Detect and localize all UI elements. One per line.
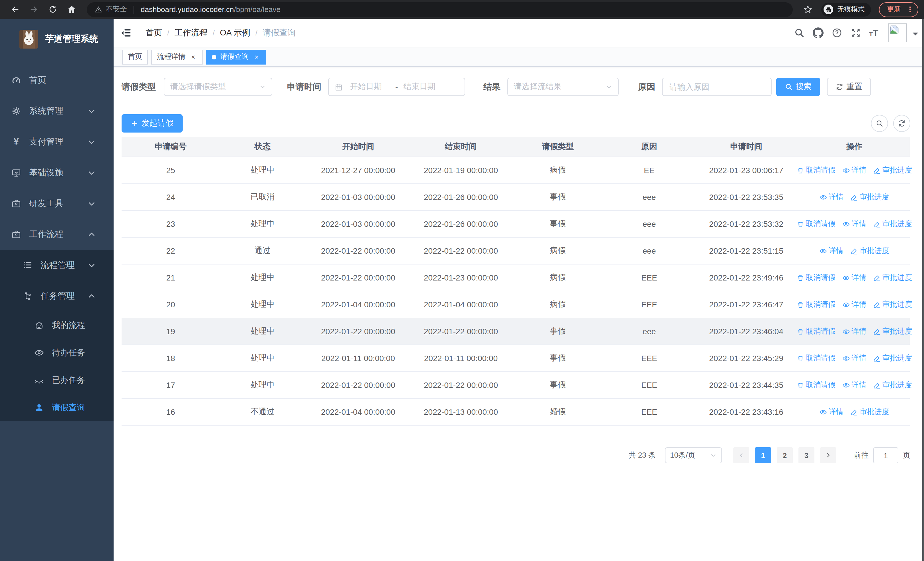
table-row: 22通过2022-01-22 00:00:002022-01-22 00:00:… [122, 238, 910, 264]
cell-reason: EEE [605, 264, 693, 291]
create-leave-button[interactable]: 发起请假 [122, 114, 183, 132]
approval-progress-link[interactable]: 审批进度 [850, 246, 889, 256]
browser-menu-dots-icon[interactable]: ⋮ [906, 6, 914, 13]
close-icon[interactable]: × [253, 53, 260, 60]
page-buttons: 123 [752, 447, 817, 463]
sidebar-fold-icon[interactable] [121, 27, 132, 38]
help-icon[interactable] [831, 27, 842, 38]
sidebar-item[interactable]: 首页 [0, 65, 114, 95]
approval-progress-link[interactable]: 审批进度 [850, 407, 889, 417]
security-label[interactable]: 不安全 [106, 5, 127, 14]
bookmark-star-icon[interactable] [803, 5, 813, 14]
github-icon[interactable] [813, 27, 824, 38]
date-range-picker[interactable]: 开始日期 - 结束日期 [328, 78, 465, 96]
detail-link[interactable]: 详情 [819, 407, 843, 417]
refresh-table-button[interactable] [893, 115, 910, 132]
next-page-button[interactable] [820, 447, 836, 463]
scrollbar[interactable] [922, 19, 924, 561]
tab-item[interactable]: 流程详情× [151, 50, 202, 64]
font-size-icon[interactable]: TT [869, 28, 878, 38]
cancel-leave-link[interactable]: 取消请假 [797, 165, 836, 175]
cell-end: 2022-01-04 00:00:00 [411, 291, 511, 318]
search-icon[interactable] [794, 27, 805, 38]
tab-item[interactable]: 首页 [122, 50, 148, 64]
cell-end: 2022-01-22 00:00:00 [411, 371, 511, 399]
approval-progress-link[interactable]: 审批进度 [873, 165, 912, 175]
row-actions: 详情审批进度 [799, 192, 910, 202]
cell-id: 17 [122, 371, 220, 399]
sidebar-item[interactable]: 研发工具 [0, 188, 114, 219]
sidebar-item[interactable]: 已办任务 [0, 366, 114, 394]
sidebar-item[interactable]: 请假查询 [0, 394, 114, 421]
action-label: 审批进度 [882, 299, 912, 310]
detail-link[interactable]: 详情 [842, 299, 866, 310]
detail-link[interactable]: 详情 [842, 165, 866, 175]
breadcrumb: 首页/工作流程/OA 示例/请假查询 [146, 27, 296, 38]
chevron-left-icon [738, 452, 745, 459]
cancel-leave-link[interactable]: 取消请假 [797, 219, 836, 229]
approval-progress-link[interactable]: 审批进度 [873, 380, 912, 390]
detail-link[interactable]: 详情 [842, 272, 866, 283]
cancel-leave-link[interactable]: 取消请假 [797, 272, 836, 283]
detail-link[interactable]: 详情 [819, 246, 843, 256]
address-bar[interactable]: 不安全 dashboard.yudao.iocoder.cn/bpm/oa/le… [87, 2, 793, 17]
breadcrumb-item[interactable]: OA 示例 [220, 27, 250, 38]
page-button-2[interactable]: 2 [777, 447, 793, 463]
tab-active[interactable]: 请假查询× [206, 50, 266, 64]
detail-link[interactable]: 详情 [842, 353, 866, 363]
search-button[interactable]: 搜索 [776, 78, 820, 96]
page-size-select[interactable]: 10条/页 [665, 447, 722, 463]
approval-progress-link[interactable]: 审批进度 [873, 353, 912, 363]
reload-icon[interactable] [48, 5, 58, 14]
page-button-1[interactable]: 1 [755, 447, 771, 463]
cancel-leave-link[interactable]: 取消请假 [797, 299, 836, 310]
eyemini-icon [819, 193, 827, 201]
home-icon[interactable] [67, 5, 76, 14]
sidebar-item[interactable]: 我的流程 [0, 311, 114, 339]
reason-input[interactable] [662, 78, 772, 96]
detail-link[interactable]: 详情 [842, 326, 866, 337]
close-icon[interactable]: × [189, 53, 197, 60]
chevron-down-icon [87, 168, 96, 177]
result-select[interactable]: 请选择流结果 [507, 78, 619, 96]
show-search-button[interactable] [871, 115, 888, 132]
breadcrumb-item[interactable]: 首页 [146, 27, 162, 38]
eyemini-icon [842, 220, 850, 228]
approval-progress-link[interactable]: 审批进度 [873, 326, 912, 337]
sidebar-item[interactable]: 工作流程 [0, 219, 114, 250]
page-button-3[interactable]: 3 [798, 447, 814, 463]
approval-progress-link[interactable]: 审批进度 [873, 299, 912, 310]
pen-icon [873, 381, 880, 389]
avatar[interactable] [888, 23, 907, 42]
sidebar-item-label: 我的流程 [52, 320, 85, 331]
sidebar-item[interactable]: 待办任务 [0, 339, 114, 366]
detail-link[interactable]: 详情 [819, 192, 843, 202]
goto-page-input[interactable] [873, 447, 898, 463]
chevron-down-icon[interactable] [913, 32, 918, 38]
action-label: 取消请假 [806, 165, 836, 175]
table-row: 21处理中2022-01-22 00:00:002022-01-23 00:00… [122, 264, 910, 291]
sidebar-item[interactable]: 任务管理 [0, 281, 114, 311]
cancel-leave-link[interactable]: 取消请假 [797, 326, 836, 337]
leave-type-select[interactable]: 请选择请假类型 [164, 78, 272, 96]
detail-link[interactable]: 详情 [842, 219, 866, 229]
breadcrumb-item[interactable]: 工作流程 [174, 27, 207, 38]
approval-progress-link[interactable]: 审批进度 [873, 272, 912, 283]
detail-link[interactable]: 详情 [842, 380, 866, 390]
forward-icon[interactable] [29, 5, 39, 14]
update-button[interactable]: 更新 ⋮ [879, 2, 918, 17]
fullscreen-icon[interactable] [850, 27, 861, 38]
sidebar-item[interactable]: 系统管理 [0, 95, 114, 126]
sidebar-item[interactable]: 流程管理 [0, 250, 114, 281]
sidebar-item[interactable]: 基础设施 [0, 157, 114, 188]
approval-progress-link[interactable]: 审批进度 [873, 219, 912, 229]
search-icon [876, 119, 884, 127]
reset-button[interactable]: 重置 [827, 78, 871, 96]
cancel-leave-link[interactable]: 取消请假 [797, 380, 836, 390]
approval-progress-link[interactable]: 审批进度 [850, 192, 889, 202]
cancel-leave-link[interactable]: 取消请假 [797, 353, 836, 363]
back-icon[interactable] [10, 5, 20, 14]
eyemini-icon [819, 247, 827, 254]
sidebar-item[interactable]: ¥支付管理 [0, 126, 114, 157]
prev-page-button[interactable] [734, 447, 749, 463]
